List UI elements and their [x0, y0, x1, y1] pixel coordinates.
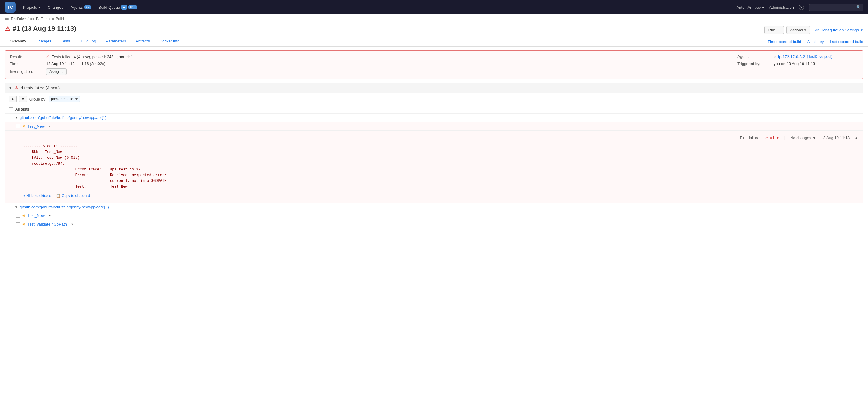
agent-name-link[interactable]: ip-172-17-0-3-2 [778, 55, 805, 59]
tests-header-error-icon: ⚠ [14, 85, 19, 91]
groupby-select[interactable]: package/suite [49, 96, 80, 102]
time-value: 13 Aug 19 11:13 – 11:16 (3m:02s) [46, 62, 105, 66]
nav-queue[interactable]: Build Queue ■ 843 [99, 5, 137, 10]
tabs-bar: Overview Changes Tests Build Log Paramet… [0, 36, 868, 47]
toolbar-up-btn[interactable]: ▲ [9, 96, 17, 102]
meta-sep-1: | [784, 136, 785, 140]
test-1-1-checkbox[interactable] [16, 222, 20, 227]
build-history-links: First recorded build | All history | Las… [768, 39, 863, 46]
collapse-stacktrace-arrow[interactable]: ▲ [855, 136, 858, 140]
tests-toolbar: ▲ ▼ Group by: package/suite [5, 93, 863, 105]
test-item-row-1-0: ✷ Test_New | ▾ [5, 211, 863, 220]
run-button[interactable]: Run ... [764, 26, 784, 34]
nav-user[interactable]: Anton Arhipov ▾ [737, 5, 764, 10]
test-0-0-pipe: | [46, 124, 47, 129]
triggered-row: Triggered by: you on 13 Aug 19 11:13 [738, 62, 858, 66]
agent-value: △ ip-172-17-0-3-2 (TestDrive pool) [774, 55, 832, 59]
nav-projects[interactable]: Projects ▾ [23, 5, 40, 10]
test-1-1-star-icon: ✷ [22, 222, 26, 227]
no-changes-dropdown: ▼ [812, 136, 816, 140]
test-group-row-1[interactable]: ▼ github.com/gobuffalo/buffalo/genny/new… [5, 203, 863, 211]
stacktrace-actions: « Hide stacktrace 📋 Copy to clipboard [23, 194, 858, 198]
test-1-0-name-link[interactable]: Test_New [27, 213, 44, 218]
tests-header[interactable]: ▼ ⚠ 4 tests failed (4 new) [5, 82, 863, 93]
tab-artifacts[interactable]: Artifacts [131, 36, 155, 46]
group-1-checkbox[interactable] [9, 205, 13, 209]
copy-to-clipboard-link[interactable]: 📋 Copy to clipboard [56, 194, 90, 198]
breadcrumb: ■■ TestDrive / ■■ Buffalo / ■ Build [0, 14, 868, 24]
group-1-chevron: ▼ [15, 205, 18, 209]
result-row: Result: ⚠ Tests failed: 4 (4 new), passe… [10, 54, 738, 59]
edit-config-link[interactable]: Edit Configuration Settings ▼ [812, 28, 863, 32]
build-ref: ⚠ #1 ▼ [765, 136, 779, 140]
tab-parameters[interactable]: Parameters [101, 36, 131, 46]
toolbar-down-btn[interactable]: ▼ [19, 96, 27, 102]
investigation-label: Investigation: [10, 69, 46, 74]
tab-changes[interactable]: Changes [31, 36, 56, 46]
actions-button[interactable]: Actions ▾ [786, 26, 810, 34]
build-ref-link[interactable]: #1 [770, 136, 774, 140]
all-tests-checkbox[interactable] [9, 107, 13, 111]
group-1-link[interactable]: github.com/gobuffalo/buffalo/genny/newap… [20, 205, 109, 209]
first-failure-label: First failure: [740, 136, 761, 140]
breadcrumb-icon-build: ■ [52, 17, 54, 21]
copy-icon: 📋 [56, 194, 61, 198]
tests-section: ▼ ⚠ 4 tests failed (4 new) ▲ ▼ Group by:… [5, 82, 863, 229]
test-list: All tests ▼ github.com/gobuffalo/buffalo… [5, 105, 863, 229]
all-tests-label: All tests [16, 107, 29, 111]
breadcrumb-buffalo[interactable]: Buffalo [36, 17, 47, 21]
search-input[interactable] [809, 4, 863, 11]
group-0-checkbox[interactable] [9, 116, 13, 120]
group-0-link[interactable]: github.com/gobuffalo/buffalo/genny/newap… [20, 115, 106, 120]
test-group-row-0[interactable]: ▼ github.com/gobuffalo/buffalo/genny/new… [5, 113, 863, 122]
first-recorded-build-link[interactable]: First recorded build [768, 39, 801, 44]
test-1-0-dropdown-icon: ▾ [49, 214, 51, 217]
test-0-0-dropdown-icon: ▾ [49, 125, 51, 128]
breadcrumb-icon-testdrive: ■■ [5, 17, 9, 21]
assign-button[interactable]: Assign... [46, 68, 67, 75]
agent-icon: △ [774, 55, 776, 59]
queue-icon-box: ■ [121, 5, 127, 10]
nav-right: Anton Arhipov ▾ Administration ? 🔍 [737, 4, 863, 11]
test-1-1-pipe: | [69, 222, 70, 227]
test-1-0-checkbox[interactable] [16, 213, 20, 218]
test-0-0-checkbox[interactable] [16, 124, 20, 128]
build-error-icon: ⚠ [5, 25, 10, 32]
tc-logo[interactable]: TC [5, 2, 16, 13]
investigation-row: Investigation: Assign... [10, 68, 738, 75]
tab-docker-info[interactable]: Docker Info [155, 36, 184, 46]
breadcrumb-sep-1: / [27, 17, 28, 21]
triggered-value: you on 13 Aug 19 11:13 [774, 62, 815, 66]
test-1-1-dropdown-icon: ▾ [71, 222, 73, 226]
all-tests-row: All tests [5, 105, 863, 113]
last-recorded-build-link[interactable]: Last recorded build [830, 39, 863, 44]
breadcrumb-build[interactable]: Build [56, 17, 64, 21]
search-icon: 🔍 [856, 5, 861, 9]
result-label: Result: [10, 55, 46, 59]
tab-tests[interactable]: Tests [56, 36, 75, 46]
all-history-link[interactable]: All history [807, 39, 824, 44]
test-1-0-star-icon: ✷ [22, 213, 26, 218]
tab-build-log[interactable]: Build Log [75, 36, 101, 46]
nav-changes[interactable]: Changes [48, 5, 63, 10]
test-1-1-name-link[interactable]: Test_validateInGoPath [27, 222, 67, 227]
triggered-label: Triggered by: [738, 62, 774, 66]
nav-help[interactable]: ? [799, 4, 804, 10]
collapse-icon: ▼ [9, 86, 12, 90]
tab-overview[interactable]: Overview [5, 36, 31, 46]
groupby-label: Group by: [29, 97, 46, 102]
breadcrumb-testdrive[interactable]: TestDrive [10, 17, 26, 21]
result-value: ⚠ Tests failed: 4 (4 new), passed: 243, … [46, 54, 133, 59]
group-0-chevron: ▼ [15, 116, 18, 119]
test-0-0-name-link[interactable]: Test_New [27, 124, 44, 129]
agent-pool-link[interactable]: (TestDrive pool) [807, 55, 832, 59]
breadcrumb-icon-buffalo: ■■ [30, 17, 34, 21]
build-info-right: Agent: △ ip-172-17-0-3-2 (TestDrive pool… [738, 54, 858, 75]
hide-stacktrace-link[interactable]: « Hide stacktrace [23, 194, 51, 198]
nav-agents[interactable]: Agents 97 [70, 5, 91, 10]
test-0-0-star-icon: ✷ [22, 124, 26, 129]
test-item-row-1-1: ✷ Test_validateInGoPath | ▾ [5, 220, 863, 229]
top-navigation: TC Projects ▾ Changes Agents 97 Build Qu… [0, 0, 868, 14]
nav-administration[interactable]: Administration [769, 5, 794, 10]
test-timestamp: 13 Aug 19 11:13 [821, 136, 849, 140]
